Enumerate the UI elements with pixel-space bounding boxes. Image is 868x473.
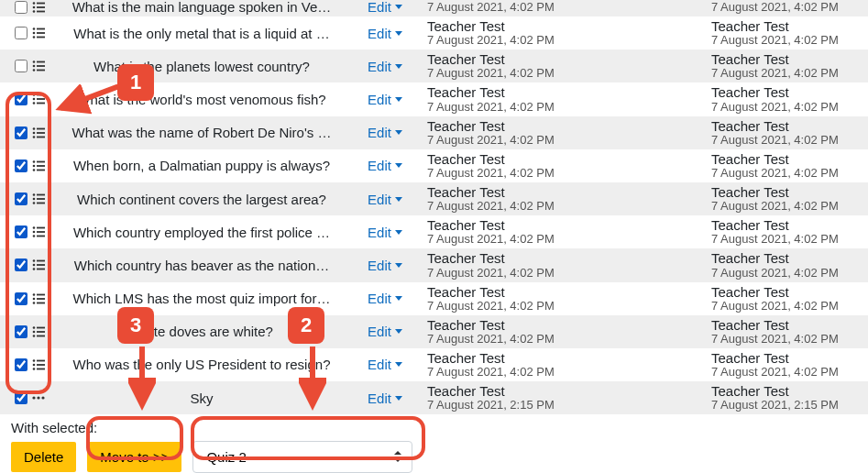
row-select-checkbox[interactable] [15, 325, 27, 338]
svg-point-73 [37, 397, 39, 400]
user-name: Teacher Test [711, 317, 863, 333]
question-text[interactable]: When born, a Dalmatian puppy is always? [55, 149, 348, 182]
row-select-checkbox[interactable] [15, 391, 27, 404]
edit-cell: Edit [348, 149, 422, 182]
modified-by-cell: Teacher Test7 August 2021, 4:02 PM [706, 315, 868, 348]
question-text[interactable]: Sky [55, 381, 348, 414]
timestamp: 7 August 2021, 4:02 PM [711, 200, 863, 214]
row-select-cell [0, 149, 55, 182]
chevron-down-icon [395, 163, 402, 168]
dots-icon [31, 390, 46, 405]
question-text[interactable]: What was the name of Robert De Niro's … [55, 116, 348, 149]
move-to-button[interactable]: Move to >> [87, 442, 181, 472]
created-by-cell: Teacher Test7 August 2021, 4:02 PM [422, 215, 706, 248]
table-row: SkyEditTeacher Test7 August 2021, 2:15 P… [0, 381, 868, 414]
with-selected-label: With selected: [11, 420, 863, 435]
edit-menu[interactable]: Edit [368, 390, 402, 406]
svg-rect-67 [37, 360, 45, 362]
question-text[interactable]: Which continent covers the largest area? [55, 182, 348, 215]
edit-label: Edit [368, 59, 391, 74]
svg-point-2 [33, 6, 36, 9]
multichoice-icon [31, 192, 46, 206]
svg-point-66 [33, 359, 36, 362]
svg-point-46 [33, 235, 36, 237]
row-select-checkbox[interactable] [15, 60, 27, 72]
row-select-checkbox[interactable] [15, 258, 27, 271]
question-text[interactable]: What is the main language spoken in Ve… [55, 0, 348, 16]
row-select-checkbox[interactable] [15, 1, 27, 14]
modified-by-cell: Teacher Test7 August 2021, 4:02 PM [706, 248, 868, 281]
user-name: Teacher Test [427, 51, 700, 67]
svg-point-28 [33, 136, 36, 138]
row-select-cell [0, 116, 55, 149]
multichoice-icon [31, 159, 46, 173]
edit-menu[interactable]: Edit [368, 192, 402, 207]
edit-menu[interactable]: Edit [368, 92, 402, 107]
svg-rect-21 [37, 99, 45, 101]
svg-rect-3 [37, 6, 45, 8]
edit-menu[interactable]: Edit [368, 258, 402, 273]
question-text[interactable]: What is the planets lowest country? [55, 50, 348, 82]
svg-rect-31 [37, 160, 45, 162]
edit-menu[interactable]: Edit [368, 125, 402, 140]
question-text[interactable]: What is the world's most venomous fish? [55, 82, 348, 116]
row-select-checkbox[interactable] [15, 126, 27, 139]
row-select-cell [0, 381, 55, 414]
edit-menu[interactable]: Edit [368, 324, 402, 339]
svg-point-48 [33, 260, 36, 263]
edit-label: Edit [368, 390, 391, 406]
delete-button[interactable]: Delete [11, 442, 76, 472]
question-text[interactable]: Which country employed the first police … [55, 215, 348, 248]
row-select-checkbox[interactable] [15, 27, 27, 39]
svg-point-74 [41, 397, 44, 400]
edit-menu[interactable]: Edit [368, 158, 402, 173]
svg-point-10 [33, 36, 36, 38]
svg-point-0 [33, 2, 36, 5]
svg-point-52 [33, 269, 36, 271]
multichoice-icon [31, 0, 46, 15]
page-root: What is the main language spoken in Ve…E… [0, 0, 868, 473]
timestamp: 7 August 2021, 4:02 PM [711, 267, 863, 280]
svg-point-60 [33, 326, 36, 329]
user-name: Teacher Test [427, 18, 700, 34]
row-select-checkbox[interactable] [15, 226, 27, 238]
question-text[interactable]: What is the only metal that is a liquid … [55, 16, 348, 50]
edit-menu[interactable]: Edit [368, 357, 402, 372]
row-select-checkbox[interactable] [15, 93, 27, 105]
modified-by-cell: Teacher Test7 August 2021, 4:02 PM [706, 82, 868, 116]
svg-point-42 [33, 226, 36, 229]
table-row: Who was the only US President to resign?… [0, 348, 868, 381]
row-select-checkbox[interactable] [15, 358, 27, 371]
svg-point-20 [33, 98, 36, 101]
timestamp: 7 August 2021, 4:02 PM [427, 267, 700, 280]
table-row: Which LMS has the most quiz import for…E… [0, 282, 868, 315]
svg-rect-15 [37, 65, 45, 67]
svg-rect-69 [37, 364, 45, 366]
edit-menu[interactable]: Edit [368, 59, 402, 74]
destination-select[interactable]: Quiz 2 [192, 441, 412, 473]
svg-rect-37 [37, 194, 45, 196]
edit-menu[interactable]: Edit [368, 291, 402, 306]
question-table: What is the main language spoken in Ve…E… [0, 0, 868, 414]
user-name: Teacher Test [427, 151, 700, 167]
row-select-cell [0, 0, 55, 16]
question-text[interactable]: Which LMS has the most quiz import for… [55, 282, 348, 315]
question-text[interactable]: White doves are white? [55, 315, 348, 348]
edit-menu[interactable]: Edit [368, 0, 402, 15]
question-text[interactable]: Who was the only US President to resign? [55, 348, 348, 381]
created-by-cell: Teacher Test7 August 2021, 4:02 PM [422, 82, 706, 116]
row-select-checkbox[interactable] [15, 192, 27, 205]
svg-rect-11 [37, 37, 45, 38]
edit-menu[interactable]: Edit [368, 26, 402, 41]
user-name: Teacher Test [711, 84, 863, 100]
row-select-checkbox[interactable] [15, 292, 27, 305]
timestamp: 7 August 2021, 4:02 PM [427, 167, 700, 181]
table-row: What is the world's most venomous fish?E… [0, 82, 868, 116]
edit-menu[interactable]: Edit [368, 225, 402, 240]
user-name: Teacher Test [711, 18, 863, 34]
question-text[interactable]: Which country has beaver as the nation… [55, 248, 348, 281]
timestamp: 7 August 2021, 4:02 PM [427, 366, 700, 380]
chevron-down-icon [395, 263, 402, 268]
row-select-checkbox[interactable] [15, 160, 27, 172]
table-row: What is the only metal that is a liquid … [0, 16, 868, 50]
